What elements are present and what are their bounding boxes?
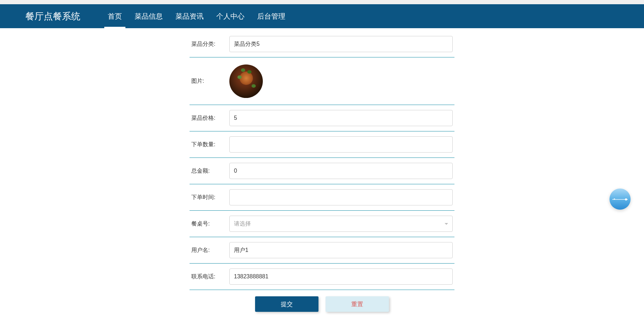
submit-button[interactable]: 提交 (255, 296, 318, 312)
row-order-time: 下单时间: (190, 184, 454, 211)
main-nav: 餐厅点餐系统 首页 菜品信息 菜品资讯 个人中心 后台管理 (0, 4, 644, 28)
label-category: 菜品分类: (191, 41, 229, 48)
row-category: 菜品分类: (190, 31, 454, 57)
select-placeholder: 请选择 (234, 220, 251, 228)
input-username[interactable] (229, 242, 453, 258)
nav-dish-info[interactable]: 菜品信息 (128, 4, 169, 28)
nav-profile[interactable]: 个人中心 (210, 4, 251, 28)
row-table-no: 餐桌号: 请选择 (190, 211, 454, 237)
label-total: 总金额: (191, 167, 229, 175)
label-image: 图片: (191, 78, 229, 85)
reset-button[interactable]: 重置 (326, 296, 389, 312)
label-username: 用户名: (191, 247, 229, 254)
row-total: 总金额: (190, 158, 454, 184)
top-divider (0, 0, 644, 4)
dish-image[interactable] (229, 64, 263, 98)
chevron-down-icon (445, 223, 448, 225)
row-phone: 联系电话: (190, 264, 454, 290)
float-assistant-icon[interactable] (609, 189, 631, 210)
label-price: 菜品价格: (191, 115, 229, 122)
nav-items: 首页 菜品信息 菜品资讯 个人中心 后台管理 (101, 4, 292, 28)
input-category[interactable] (229, 36, 453, 52)
button-row: 提交 重置 (190, 290, 454, 315)
input-quantity[interactable] (229, 136, 453, 153)
nav-dish-news[interactable]: 菜品资讯 (169, 4, 210, 28)
label-quantity: 下单数量: (191, 141, 229, 148)
float-icon-decoration (614, 198, 615, 200)
select-table-no[interactable]: 请选择 (229, 216, 453, 232)
row-username: 用户名: (190, 237, 454, 264)
input-order-time[interactable] (229, 189, 453, 205)
label-order-time: 下单时间: (191, 194, 229, 201)
input-price[interactable] (229, 110, 453, 126)
row-image: 图片: (190, 57, 454, 105)
app-title: 餐厅点餐系统 (25, 10, 80, 23)
nav-admin[interactable]: 后台管理 (251, 4, 292, 28)
row-quantity: 下单数量: (190, 131, 454, 158)
row-price: 菜品价格: (190, 105, 454, 131)
order-form: 菜品分类: 图片: 菜品价格: 下单数量: 总金额: 下单时间: 餐桌号: 请选… (190, 28, 454, 315)
label-table-no: 餐桌号: (191, 220, 229, 228)
input-phone[interactable] (229, 268, 453, 285)
nav-home[interactable]: 首页 (101, 4, 128, 28)
label-phone: 联系电话: (191, 273, 229, 280)
input-total[interactable] (229, 163, 453, 179)
